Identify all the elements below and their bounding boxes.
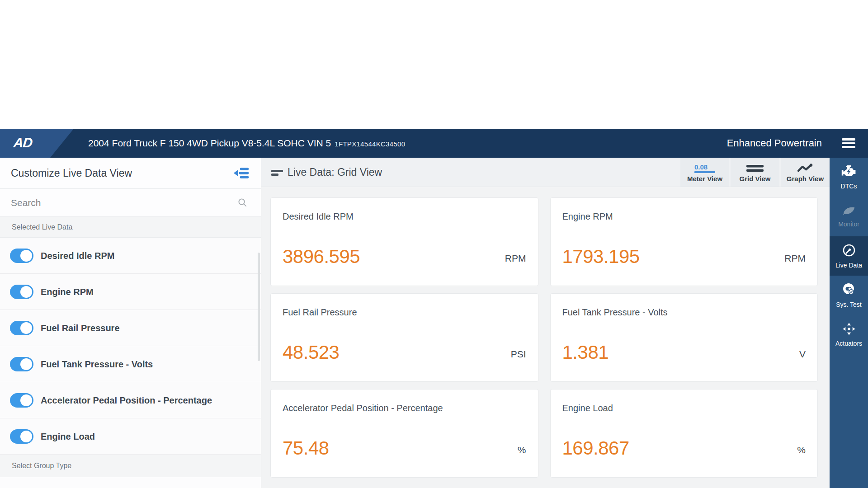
sidebar-item-label: Actuators [835, 340, 862, 347]
card-unit: % [518, 445, 526, 455]
toggle-switch-on[interactable] [10, 249, 33, 263]
card-unit: PSI [511, 349, 526, 360]
live-data-card-accelerator-pedal-position: Accelerator Pedal Position - Percentage … [270, 389, 538, 478]
panel-header: Customize Live Data View [0, 158, 261, 189]
sidebar-item-dtcs[interactable]: DTCs [830, 158, 868, 197]
meter-view-label: Meter View [687, 175, 722, 183]
search-icon [238, 198, 247, 209]
system-test-icon [842, 283, 856, 298]
select-group-type-section-label: Select Group Type [0, 455, 261, 477]
vehicle-title: 2004 Ford Truck F 150 4WD Pickup V8-5.4L… [88, 129, 405, 158]
card-unit: % [797, 445, 806, 455]
toggle-row-accelerator-pedal-position: Accelerator Pedal Position - Percentage [0, 382, 261, 418]
sidebar-item-monitor[interactable]: Monitor [830, 197, 868, 236]
graph-view-button[interactable]: Graph View [781, 158, 830, 187]
card-unit: V [799, 349, 806, 360]
vehicle-vin: 1FTPX14544KC34500 [335, 140, 405, 148]
panel-title: Customize Live Data View [11, 158, 132, 189]
toggle-switch-on[interactable] [10, 321, 33, 335]
sidebar-item-label: Live Data [835, 262, 862, 269]
leaf-icon [842, 206, 856, 218]
grid-view-label: Grid View [740, 175, 771, 183]
meter-view-icon-number: 0.08 [694, 164, 715, 170]
app-logo: AD [13, 135, 33, 150]
card-title: Fuel Tank Pressure - Volts [562, 307, 668, 318]
toggle-label: Fuel Tank Pressure - Volts [41, 346, 153, 382]
toggle-switch-on[interactable] [10, 285, 33, 299]
toggle-row-engine-load: Engine Load [0, 418, 261, 455]
card-value: 169.867 [562, 437, 629, 459]
selected-live-data-section-label: Selected Live Data [0, 217, 261, 238]
toggle-label: Accelerator Pedal Position - Percentage [41, 382, 212, 418]
card-title: Engine RPM [562, 211, 613, 222]
card-title: Accelerator Pedal Position - Percentage [283, 403, 443, 413]
sidebar-item-label: Sys. Test [836, 301, 862, 308]
sidebar-item-sys-test[interactable]: Sys. Test [830, 276, 868, 315]
live-data-header: Live Data: Grid View 0.08 Meter View [261, 158, 830, 187]
grid-view-button[interactable]: Grid View [731, 158, 779, 187]
app-window: AD 2004 Ford Truck F 150 4WD Pickup V8-5… [0, 0, 868, 488]
card-unit: RPM [784, 253, 806, 264]
live-data-card-engine-rpm: Engine RPM 1793.195 RPM [550, 197, 818, 286]
toggle-label: Engine Load [41, 418, 95, 455]
search-row [0, 189, 261, 217]
toggle-row-desired-idle-rpm: Desired Idle RPM [0, 238, 261, 274]
toggle-switch-on[interactable] [10, 357, 33, 371]
collapse-panel-icon[interactable] [233, 167, 250, 179]
card-title: Desired Idle RPM [283, 211, 354, 222]
meter-view-icon: 0.08 [694, 162, 715, 174]
toggle-switch-on[interactable] [10, 429, 33, 444]
card-value: 1793.195 [562, 246, 640, 267]
hamburger-menu-icon[interactable] [842, 138, 855, 148]
live-data-card-engine-load: Engine Load 169.867 % [550, 389, 818, 478]
graph-view-label: Graph View [787, 175, 824, 183]
toggle-row-engine-rpm: Engine RPM [0, 274, 261, 310]
grid-view-icon [746, 162, 764, 174]
gauge-icon [842, 244, 856, 259]
card-unit: RPM [505, 253, 526, 264]
sidebar-item-actuators[interactable]: Actuators [830, 315, 868, 354]
vehicle-title-text: 2004 Ford Truck F 150 4WD Pickup V8-5.4L… [88, 138, 331, 148]
mode-label: Enhanced Powertrain [727, 129, 822, 158]
actuators-icon [843, 323, 855, 337]
card-value: 1.381 [562, 342, 609, 363]
live-data-grid: Desired Idle RPM 3896.595 RPM Engine RPM… [270, 197, 818, 478]
card-value: 75.48 [283, 437, 329, 459]
toggle-row-fuel-tank-pressure: Fuel Tank Pressure - Volts [0, 346, 261, 382]
grid-view-title-icon [271, 169, 284, 178]
search-input[interactable] [11, 189, 228, 217]
sidebar-item-live-data[interactable]: Live Data [830, 236, 868, 276]
graph-view-icon [797, 162, 813, 174]
live-data-card-fuel-tank-pressure: Fuel Tank Pressure - Volts 1.381 V [550, 293, 818, 382]
live-data-card-desired-idle-rpm: Desired Idle RPM 3896.595 RPM [270, 197, 538, 286]
toggle-row-fuel-rail-pressure: Fuel Rail Pressure [0, 310, 261, 346]
view-switcher: 0.08 Meter View Grid View [679, 158, 830, 187]
card-value: 3896.595 [283, 246, 360, 267]
header-bar: AD 2004 Ford Truck F 150 4WD Pickup V8-5… [0, 129, 868, 158]
sidebar-item-label: Monitor [838, 221, 859, 228]
toggle-label: Fuel Rail Pressure [41, 310, 120, 346]
live-data-title: Live Data: Grid View [288, 158, 382, 187]
sidebar-item-label: DTCs [841, 183, 857, 190]
panel-scrollbar[interactable] [258, 253, 260, 361]
live-data-card-fuel-rail-pressure: Fuel Rail Pressure 48.523 PSI [270, 293, 538, 382]
live-data-main-area: Live Data: Grid View 0.08 Meter View [261, 158, 830, 488]
card-value: 48.523 [283, 342, 339, 363]
meter-view-button[interactable]: 0.08 Meter View [680, 158, 729, 187]
toggle-switch-on[interactable] [10, 393, 33, 408]
toggle-label: Engine RPM [41, 274, 94, 310]
toggle-label: Desired Idle RPM [41, 238, 114, 274]
card-title: Fuel Rail Pressure [283, 307, 357, 318]
right-nav-sidebar: DTCs Monitor Live Data [830, 158, 868, 488]
engine-dtc-icon [841, 165, 857, 180]
card-title: Engine Load [562, 403, 613, 413]
customize-live-data-panel: Customize Live Data View Selected Live D… [0, 158, 261, 488]
